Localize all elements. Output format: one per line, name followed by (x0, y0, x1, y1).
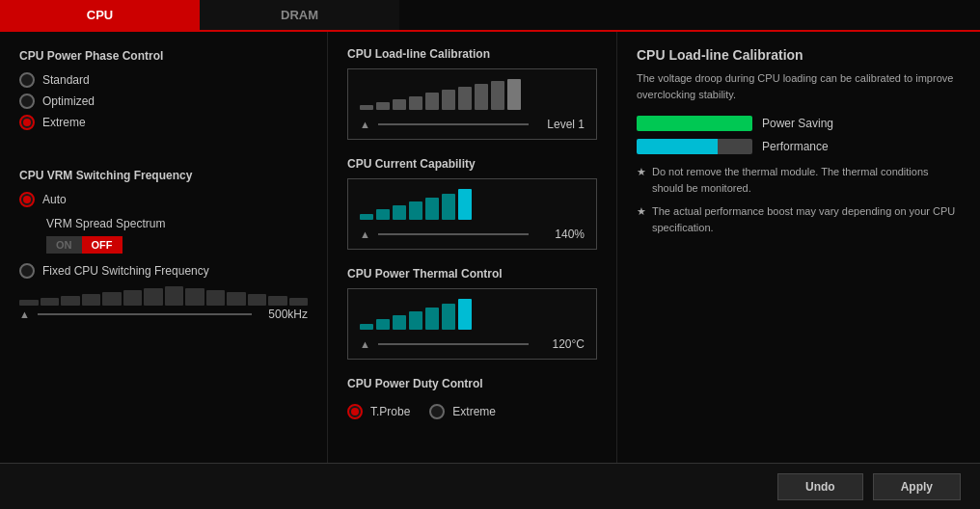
radio-extreme-label: Extreme (42, 116, 86, 129)
freq-arrow-left: ▲ (19, 308, 30, 320)
legend-performance: Performance (637, 139, 961, 154)
radio-auto[interactable]: Auto (19, 192, 308, 207)
duty-control-title: CPU Power Duty Control (347, 377, 597, 390)
radio-fixed-label: Fixed CPU Switching Frequency (42, 264, 209, 278)
freq-slider-footer: ▲ 500kHz (19, 308, 308, 321)
note-1-star: ★ (637, 164, 646, 196)
radio-optimized-label: Optimized (42, 94, 95, 108)
legend-label-performance: Performance (762, 140, 829, 153)
radio-tprobe-outer (347, 404, 363, 419)
radio-standard-label: Standard (42, 73, 90, 87)
toggle-on-button[interactable]: ON (46, 236, 82, 254)
note-2-star: ★ (637, 203, 646, 235)
load-line-footer: ▲ Level 1 (360, 118, 585, 131)
right-description: The voltage droop during CPU loading can… (637, 70, 961, 102)
radio-extreme[interactable]: Extreme (19, 115, 308, 130)
freq-value: 500kHz (259, 308, 308, 321)
apply-button[interactable]: Apply (873, 473, 961, 500)
legend-power-saving: Power Saving (637, 116, 961, 131)
radio-auto-inner (23, 196, 31, 203)
middle-panel: CPU Load-line Calibration ▲ (328, 32, 617, 463)
main-content: CPU Power Phase Control Standard Optimiz… (0, 32, 980, 463)
current-cap-footer: ▲ 140% (360, 228, 585, 241)
radio-optimized[interactable]: Optimized (19, 94, 308, 109)
thermal-track (378, 343, 529, 345)
radio-duty-extreme-label: Extreme (452, 405, 496, 418)
load-line-value: Level 1 (536, 118, 585, 131)
legend-bar-cyan (637, 139, 752, 154)
note-2-text: The actual performance boost may vary de… (652, 203, 961, 235)
thermal-title: CPU Power Thermal Control (347, 267, 597, 281)
thermal-footer: ▲ 120°C (360, 337, 585, 351)
radio-extreme-outer (19, 115, 35, 130)
load-line-block: CPU Load-line Calibration ▲ (347, 47, 597, 140)
load-line-viz (360, 79, 585, 110)
freq-line-track (38, 313, 252, 315)
load-line-arrow: ▲ (360, 119, 370, 130)
note-1-text: Do not remove the thermal module. The th… (652, 164, 961, 196)
load-line-title: CPU Load-line Calibration (347, 47, 597, 61)
legend-label-power-saving: Power Saving (762, 117, 833, 130)
current-cap-arrow: ▲ (360, 228, 370, 240)
radio-standard-outer (19, 72, 35, 88)
radio-tprobe-label: T.Probe (370, 405, 410, 418)
tab-cpu[interactable]: CPU (0, 0, 200, 30)
current-cap-value: 140% (536, 228, 585, 241)
note-2: ★ The actual performance boost may vary … (637, 203, 961, 235)
load-line-track (378, 123, 529, 125)
current-cap-block: CPU Current Capability ▲ 140% (347, 157, 597, 250)
load-line-box: ▲ Level 1 (347, 68, 597, 140)
thermal-value: 120°C (536, 337, 585, 351)
thermal-arrow: ▲ (360, 338, 370, 350)
vrm-switching-title: CPU VRM Switching Frequency (19, 169, 308, 182)
radio-fixed-outer (19, 263, 35, 279)
radio-auto-label: Auto (42, 193, 67, 206)
radio-tprobe-inner (351, 408, 359, 415)
vrm-spread-label: VRM Spread Spectrum (46, 217, 308, 230)
radio-duty-extreme-outer (429, 404, 445, 419)
radio-auto-outer (19, 192, 35, 207)
thermal-viz (360, 299, 585, 330)
radio-tprobe[interactable]: T.Probe (347, 404, 410, 419)
legend-bar-green (637, 116, 752, 131)
tab-bar: CPU DRAM (0, 0, 980, 32)
current-cap-track (378, 233, 529, 235)
radio-duty-extreme[interactable]: Extreme (429, 404, 496, 419)
notes-section: ★ Do not remove the thermal module. The … (637, 164, 961, 235)
toggle-group: ON OFF (46, 236, 308, 254)
current-cap-title: CPU Current Capability (347, 157, 597, 171)
current-cap-box: ▲ 140% (347, 178, 597, 250)
phase-control-group: Standard Optimized Extreme (19, 72, 308, 130)
right-panel: CPU Load-line Calibration The voltage dr… (617, 32, 980, 463)
note-1: ★ Do not remove the thermal module. The … (637, 164, 961, 196)
radio-standard[interactable]: Standard (19, 72, 308, 88)
undo-button[interactable]: Undo (777, 473, 863, 500)
vrm-spread-section: VRM Spread Spectrum ON OFF (19, 217, 308, 254)
left-panel: CPU Power Phase Control Standard Optimiz… (0, 32, 328, 463)
phase-control-title: CPU Power Phase Control (19, 49, 308, 63)
toggle-off-button[interactable]: OFF (82, 236, 122, 254)
duty-control-block: CPU Power Duty Control T.Probe Extreme (347, 377, 597, 425)
duty-control-row: T.Probe Extreme (347, 398, 597, 425)
tab-dram[interactable]: DRAM (200, 0, 399, 30)
radio-optimized-outer (19, 94, 35, 109)
right-title: CPU Load-line Calibration (637, 47, 961, 63)
freq-stair-viz (19, 286, 308, 306)
freq-slider-container: ▲ 500kHz (19, 286, 308, 321)
thermal-block: CPU Power Thermal Control ▲ 120°C (347, 267, 597, 360)
radio-extreme-inner (23, 119, 31, 126)
thermal-box: ▲ 120°C (347, 288, 597, 360)
radio-fixed-freq[interactable]: Fixed CPU Switching Frequency (19, 263, 308, 279)
bottom-bar: Undo Apply (0, 463, 980, 509)
current-cap-viz (360, 189, 585, 220)
